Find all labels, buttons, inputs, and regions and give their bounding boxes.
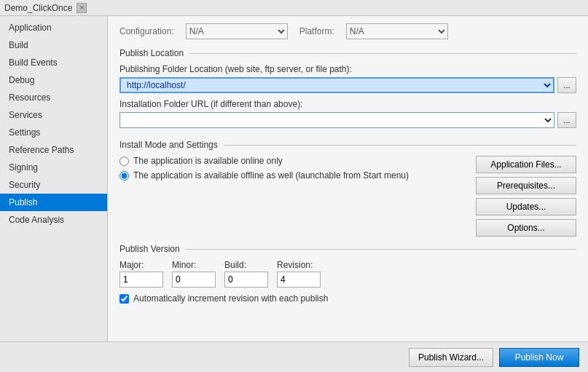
minor-label: Minor: [172, 260, 216, 270]
radio-online[interactable] [119, 157, 129, 166]
folder-location-select[interactable]: http://localhost/ [119, 77, 554, 93]
auto-increment-label: Automatically increment revision with ea… [133, 293, 328, 304]
options-button[interactable]: Options... [476, 219, 576, 237]
main-layout: Application Build Build Events Debug Res… [0, 16, 588, 341]
radio-offline-label: The application is available offline as … [133, 170, 409, 181]
minor-col: Minor: [172, 260, 216, 288]
updates-button[interactable]: Updates... [476, 198, 576, 215]
publish-location-section: Publish Location Publishing Folder Locat… [119, 48, 576, 132]
prerequisites-button[interactable]: Prerequisites... [476, 177, 576, 194]
top-bar: Configuration: N/A Platform: N/A [119, 23, 576, 39]
revision-label: Revision: [277, 260, 321, 270]
build-label: Build: [224, 260, 268, 270]
radio-group: The application is available online only… [119, 156, 464, 181]
sidebar-item-application[interactable]: Application [0, 19, 107, 36]
sidebar-item-security[interactable]: Security [0, 176, 107, 194]
close-icon: × [79, 4, 84, 12]
installation-browse-button[interactable]: ... [557, 112, 576, 128]
major-label: Major: [119, 260, 163, 270]
sidebar-item-debug[interactable]: Debug [0, 71, 107, 89]
platform-label: Platform: [299, 26, 334, 36]
sidebar: Application Build Build Events Debug Res… [0, 16, 108, 341]
bottom-bar: Publish Wizard... Publish Now [0, 341, 588, 372]
radio-online-row: The application is available online only [119, 156, 464, 166]
install-mode-title: Install Mode and Settings [119, 140, 576, 150]
sidebar-item-reference-paths[interactable]: Reference Paths [0, 141, 107, 159]
installation-label: Installation Folder URL (if different th… [119, 99, 576, 109]
installation-url-select[interactable] [119, 112, 554, 128]
configuration-select[interactable]: N/A [186, 23, 288, 39]
app-files-button[interactable]: Application Files... [476, 156, 576, 173]
minor-input[interactable] [172, 272, 216, 288]
radio-online-label: The application is available online only [133, 156, 283, 166]
publish-wizard-button[interactable]: Publish Wizard... [409, 348, 493, 367]
folder-input-row: http://localhost/ ... [119, 77, 576, 93]
folder-label: Publishing Folder Location (web site, ft… [119, 64, 576, 74]
publish-location-title: Publish Location [119, 48, 576, 58]
installation-input-row: ... [119, 112, 576, 128]
publish-version-section: Publish Version Major: Minor: Build: Rev… [119, 244, 576, 304]
folder-browse-button[interactable]: ... [557, 77, 576, 93]
title-bar-text: Demo_ClickOnce [4, 3, 72, 13]
radio-offline-row: The application is available offline as … [119, 170, 464, 181]
sidebar-item-code-analysis[interactable]: Code Analysis [0, 211, 107, 229]
sidebar-item-build[interactable]: Build [0, 36, 107, 54]
install-left: The application is available online only… [119, 156, 464, 237]
install-mode-section: Install Mode and Settings The applicatio… [119, 140, 576, 237]
sidebar-item-build-events[interactable]: Build Events [0, 54, 107, 71]
sidebar-item-settings[interactable]: Settings [0, 124, 107, 141]
platform-select[interactable]: N/A [346, 23, 448, 39]
publish-version-title: Publish Version [119, 244, 576, 254]
install-area: The application is available online only… [119, 156, 576, 237]
major-input[interactable] [119, 272, 163, 288]
build-col: Build: [224, 260, 268, 288]
major-col: Major: [119, 260, 163, 288]
radio-offline[interactable] [119, 171, 129, 181]
build-input[interactable] [224, 272, 268, 288]
configuration-label: Configuration: [119, 26, 174, 36]
close-button[interactable]: × [77, 3, 87, 13]
sidebar-item-signing[interactable]: Signing [0, 159, 107, 176]
revision-input[interactable] [277, 272, 321, 288]
sidebar-item-resources[interactable]: Resources [0, 89, 107, 106]
version-grid: Major: Minor: Build: Revision: [119, 260, 576, 288]
content-area: Configuration: N/A Platform: N/A Publish… [108, 16, 588, 341]
revision-col: Revision: [277, 260, 321, 288]
right-buttons: Application Files... Prerequisites... Up… [476, 156, 576, 237]
title-bar: Demo_ClickOnce × [0, 0, 588, 16]
auto-increment-row: Automatically increment revision with ea… [119, 293, 576, 304]
sidebar-item-services[interactable]: Services [0, 106, 107, 124]
publish-now-button[interactable]: Publish Now [499, 348, 579, 367]
auto-increment-checkbox[interactable] [119, 294, 129, 304]
sidebar-item-publish[interactable]: Publish [0, 194, 107, 211]
